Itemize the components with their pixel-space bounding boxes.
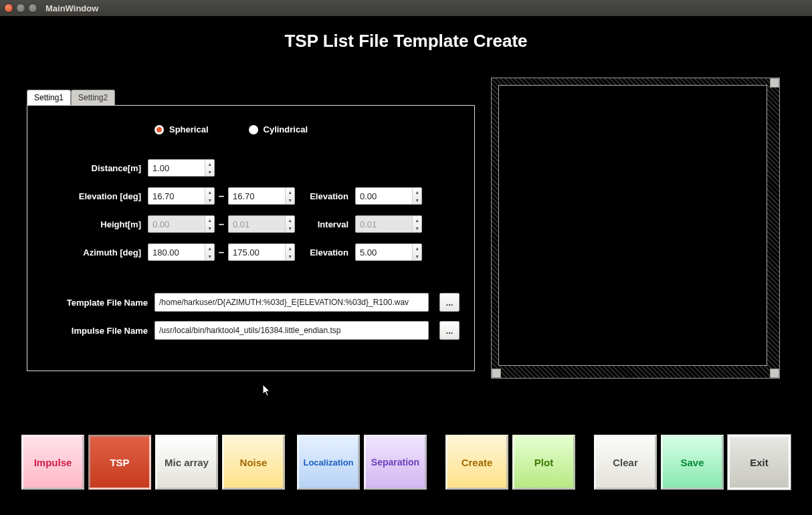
label-azimuth: Azimuth [deg] xyxy=(41,247,148,258)
localization-button[interactable]: Localization xyxy=(297,435,360,490)
stepper-arrows[interactable]: ▲▼ xyxy=(412,188,421,204)
radio-spherical[interactable]: Spherical xyxy=(155,124,209,134)
bottom-button-bar: Impulse TSP Mic array Noise Localization… xyxy=(21,435,791,490)
elevation-step-input[interactable] xyxy=(356,188,412,204)
label-elevation-step: Elevation xyxy=(295,191,355,201)
label-elevation: Elevation [deg] xyxy=(41,191,148,201)
label-impulse-file: Impulse File Name xyxy=(41,326,155,336)
interval-input xyxy=(356,216,412,232)
micarray-button[interactable]: Mic array xyxy=(155,435,218,490)
tsp-button[interactable]: TSP xyxy=(88,435,151,490)
tab-setting2[interactable]: Setting2 xyxy=(71,90,115,105)
elevation-from-input[interactable] xyxy=(148,188,205,204)
distance-input[interactable] xyxy=(148,160,205,176)
page-title: TSP List File Template Create xyxy=(0,31,812,51)
preview-pane xyxy=(491,78,780,379)
stepper-arrows[interactable]: ▲▼ xyxy=(205,188,214,204)
distance-stepper[interactable]: ▲▼ xyxy=(148,159,215,177)
cursor-icon xyxy=(262,384,272,397)
label-distance: Distance[m] xyxy=(41,163,148,173)
titlebar: MainWindow xyxy=(0,0,812,16)
azimuth-step-stepper[interactable]: ▲▼ xyxy=(355,243,422,261)
height-from-input xyxy=(148,216,205,232)
impulse-file-browse-button[interactable]: ... xyxy=(439,321,460,340)
noise-button[interactable]: Noise xyxy=(222,435,285,490)
height-to-stepper: ▲▼ xyxy=(228,215,295,233)
azimuth-to-input[interactable] xyxy=(229,244,285,260)
radio-cylindrical[interactable]: Cylindrical xyxy=(249,124,308,134)
impulse-button[interactable]: Impulse xyxy=(21,435,84,490)
elevation-from-stepper[interactable]: ▲▼ xyxy=(148,187,215,205)
clear-button[interactable]: Clear xyxy=(594,435,657,490)
stepper-arrows: ▲▼ xyxy=(205,216,214,232)
radio-dot-icon xyxy=(249,125,258,134)
save-button[interactable]: Save xyxy=(661,435,724,490)
height-to-input xyxy=(229,216,285,232)
impulse-file-field[interactable] xyxy=(155,322,428,339)
label-template-file: Template File Name xyxy=(41,298,155,308)
scroll-corner-icon[interactable] xyxy=(770,369,779,378)
stepper-arrows: ▲▼ xyxy=(285,216,294,232)
elevation-step-stepper[interactable]: ▲▼ xyxy=(355,187,422,205)
stepper-arrows[interactable]: ▲▼ xyxy=(412,244,421,260)
template-file-browse-button[interactable]: ... xyxy=(439,293,460,312)
scroll-corner-icon[interactable] xyxy=(770,78,779,88)
window-buttons xyxy=(4,3,37,13)
minimize-icon[interactable] xyxy=(16,3,25,13)
preview-canvas[interactable] xyxy=(498,85,767,366)
tab-setting1[interactable]: Setting1 xyxy=(27,90,71,105)
plot-button[interactable]: Plot xyxy=(512,435,575,490)
close-icon[interactable] xyxy=(4,3,13,13)
elevation-to-stepper[interactable]: ▲▼ xyxy=(228,187,295,205)
exit-button[interactable]: Exit xyxy=(728,435,791,490)
settings-tabs: Setting1 Setting2 Spherical Cylindrical … xyxy=(27,90,475,371)
template-file-field-wrap xyxy=(155,293,429,312)
impulse-file-field-wrap xyxy=(155,321,429,340)
range-dash: – xyxy=(215,243,228,261)
maximize-icon[interactable] xyxy=(28,3,37,13)
stepper-arrows[interactable]: ▲▼ xyxy=(285,244,294,260)
range-dash: – xyxy=(215,215,228,233)
stepper-arrows: ▲▼ xyxy=(412,216,421,232)
azimuth-to-stepper[interactable]: ▲▼ xyxy=(228,243,295,261)
radio-cylindrical-label: Cylindrical xyxy=(264,124,308,134)
radio-spherical-label: Spherical xyxy=(169,124,209,134)
stepper-arrows[interactable]: ▲▼ xyxy=(285,188,294,204)
create-button[interactable]: Create xyxy=(445,435,508,490)
template-file-field[interactable] xyxy=(155,294,428,311)
scroll-corner-icon[interactable] xyxy=(492,369,501,378)
elevation-to-input[interactable] xyxy=(229,188,285,204)
azimuth-step-input[interactable] xyxy=(356,244,412,260)
height-from-stepper: ▲▼ xyxy=(148,215,215,233)
label-height: Height[m] xyxy=(41,219,148,229)
azimuth-from-stepper[interactable]: ▲▼ xyxy=(148,243,215,261)
label-azimuth-step: Elevation xyxy=(295,247,355,258)
stepper-arrows[interactable]: ▲▼ xyxy=(205,160,214,176)
interval-stepper: ▲▼ xyxy=(355,215,422,233)
window-title: MainWindow xyxy=(45,3,98,13)
azimuth-from-input[interactable] xyxy=(148,244,205,260)
range-dash: – xyxy=(215,187,228,205)
stepper-arrows[interactable]: ▲▼ xyxy=(205,244,214,260)
separation-button[interactable]: Separation xyxy=(364,435,427,490)
label-interval: Interval xyxy=(295,219,355,229)
radio-dot-icon xyxy=(155,125,164,134)
tab-content: Spherical Cylindrical Distance[m] ▲▼ Ele… xyxy=(27,105,475,371)
